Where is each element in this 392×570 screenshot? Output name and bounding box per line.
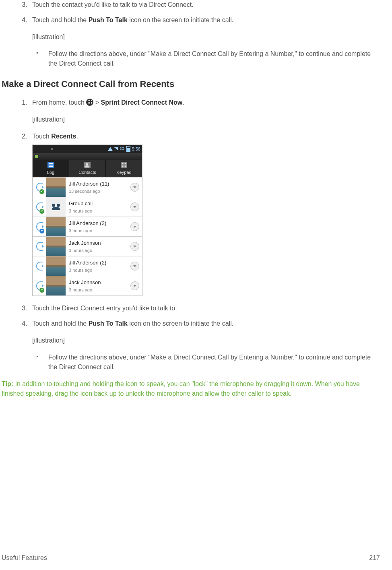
keypad-icon bbox=[121, 162, 127, 168]
tabs-row: Log Contacts Keypad bbox=[33, 160, 142, 177]
row-info: Jack Johnson 3 hours ago bbox=[66, 239, 128, 254]
steps-continued: Touch the contact you'd like to talk to … bbox=[0, 0, 380, 68]
list-item[interactable]: Jack Johnson 3 hours ago bbox=[33, 276, 142, 296]
tab-contacts[interactable]: Contacts bbox=[69, 160, 106, 177]
illustration-placeholder: [illustration] bbox=[32, 32, 380, 42]
step-4-post: icon on the screen to initiate the call. bbox=[128, 17, 233, 23]
expand-button[interactable] bbox=[128, 262, 142, 271]
chevron-down-icon bbox=[130, 242, 139, 251]
bullet-follow: Follow the directions above, under "Make… bbox=[43, 49, 380, 68]
row-info: Jack Johnson 3 hours ago bbox=[66, 279, 128, 293]
list-item[interactable]: Group call 3 hours ago bbox=[33, 197, 142, 217]
row-info: Jill Anderson (11) 13 seconds ago bbox=[66, 180, 128, 194]
tip-label: Tip: bbox=[2, 380, 13, 387]
chevron-down-icon bbox=[130, 262, 139, 271]
row-info: Jill Anderson (3) 3 hours ago bbox=[66, 219, 128, 234]
call-type-icon bbox=[33, 276, 46, 295]
recents-step-3: Touch the Direct Connect entry you'd lik… bbox=[29, 304, 380, 313]
tab-contacts-label: Contacts bbox=[78, 169, 96, 176]
call-type-icon bbox=[33, 178, 46, 197]
expand-button[interactable] bbox=[128, 242, 142, 251]
recents-step-2: Touch Recents. ✕ 3G 5:56 Log bbox=[29, 132, 380, 296]
illustration-placeholder-2: [illustration] bbox=[32, 336, 380, 345]
avatar bbox=[46, 237, 66, 256]
tab-log-label: Log bbox=[47, 169, 54, 176]
step-4-pre: Touch and hold the bbox=[32, 17, 89, 23]
timestamp: 3 hours ago bbox=[69, 247, 128, 254]
footer-section: Useful Features bbox=[2, 554, 47, 561]
chevron-down-icon bbox=[130, 183, 139, 192]
timestamp: 13 seconds ago bbox=[69, 188, 128, 195]
section-heading: Make a Direct Connect Call from Recents bbox=[0, 77, 380, 91]
row-info: Jill Anderson (2) 3 hours ago bbox=[66, 259, 128, 273]
step-4: Touch and hold the Push To Talk icon on … bbox=[29, 15, 380, 68]
bullet-follow-2: Follow the directions above, under "Make… bbox=[43, 353, 380, 372]
avatar bbox=[46, 217, 66, 236]
avatar bbox=[46, 256, 66, 276]
expand-button[interactable] bbox=[128, 222, 142, 231]
contact-name: Group call bbox=[69, 200, 128, 208]
call-type-icon bbox=[33, 217, 46, 236]
step-3: Touch the contact you'd like to talk to … bbox=[29, 0, 380, 10]
contact-name: Jill Anderson (3) bbox=[69, 219, 128, 227]
s4-bold: Push To Talk bbox=[89, 320, 128, 327]
tab-keypad-label: Keypad bbox=[116, 169, 131, 176]
avatar bbox=[46, 178, 66, 197]
tab-keypad[interactable]: Keypad bbox=[106, 160, 142, 177]
app-header bbox=[33, 153, 142, 160]
expand-button[interactable] bbox=[128, 202, 142, 211]
illustration-placeholder-1: [illustration] bbox=[32, 115, 380, 124]
sub-bullets: Follow the directions above, under "Make… bbox=[32, 49, 380, 68]
s4-pre: Touch and hold the bbox=[32, 320, 89, 327]
list-item[interactable]: Jill Anderson (3) 3 hours ago bbox=[33, 217, 142, 236]
s4-post: icon on the screen to initiate the call. bbox=[128, 320, 233, 327]
timestamp: 3 hours ago bbox=[69, 208, 128, 215]
s2-bold: Recents bbox=[51, 133, 76, 140]
mute-icon: ✕ bbox=[50, 146, 54, 153]
list-item[interactable]: Jack Johnson 3 hours ago bbox=[33, 236, 142, 256]
contact-name: Jill Anderson (11) bbox=[69, 180, 128, 188]
contacts-icon bbox=[84, 162, 91, 168]
chevron-down-icon bbox=[130, 202, 139, 211]
wifi-icon bbox=[108, 147, 113, 151]
apps-icon bbox=[86, 99, 93, 106]
network-label: 3G bbox=[120, 146, 125, 152]
page-footer: Useful Features 217 bbox=[2, 553, 380, 563]
chevron-down-icon bbox=[130, 281, 139, 290]
list-item[interactable]: Jill Anderson (11) 13 seconds ago bbox=[33, 177, 142, 197]
log-icon bbox=[47, 162, 54, 168]
row-info: Group call 3 hours ago bbox=[66, 200, 128, 214]
recents-step-1: From home, touch > Sprint Direct Connect… bbox=[29, 98, 380, 124]
contact-name: Jack Johnson bbox=[69, 239, 128, 247]
s3-text: Touch the Direct Connect entry you'd lik… bbox=[32, 305, 177, 312]
avatar bbox=[46, 197, 66, 217]
clock: 5:56 bbox=[132, 146, 140, 153]
sub-bullets-2: Follow the directions above, under "Make… bbox=[32, 353, 380, 372]
page-number: 217 bbox=[369, 553, 380, 563]
s1-mid: > bbox=[93, 99, 101, 106]
expand-button[interactable] bbox=[128, 183, 142, 192]
s1-pre: From home, touch bbox=[32, 99, 86, 106]
recents-screenshot: ✕ 3G 5:56 Log Contacts bbox=[32, 145, 142, 296]
timestamp: 3 hours ago bbox=[69, 287, 128, 293]
steps-recents: From home, touch > Sprint Direct Connect… bbox=[0, 98, 380, 372]
chevron-down-icon bbox=[130, 222, 139, 231]
recents-step-4: Touch and hold the Push To Talk icon on … bbox=[29, 319, 380, 372]
s2-post: . bbox=[76, 133, 78, 140]
call-type-icon bbox=[33, 237, 46, 256]
tip-text: In addition to touching and holding the … bbox=[2, 380, 360, 397]
timestamp: 3 hours ago bbox=[69, 267, 128, 274]
step-4-bold: Push To Talk bbox=[89, 17, 128, 23]
tip-paragraph: Tip: In addition to touching and holding… bbox=[2, 379, 378, 399]
list-item[interactable]: Jill Anderson (2) 3 hours ago bbox=[33, 256, 142, 276]
group-icon bbox=[52, 204, 60, 210]
signal-icon bbox=[114, 147, 118, 151]
s2-pre: Touch bbox=[32, 133, 51, 140]
avatar bbox=[46, 276, 66, 295]
expand-button[interactable] bbox=[128, 281, 142, 290]
status-bar: ✕ 3G 5:56 bbox=[33, 145, 142, 153]
s1-post: . bbox=[182, 99, 184, 106]
call-type-icon bbox=[33, 256, 46, 276]
app-logo-icon bbox=[35, 155, 38, 158]
tab-log[interactable]: Log bbox=[33, 160, 69, 177]
